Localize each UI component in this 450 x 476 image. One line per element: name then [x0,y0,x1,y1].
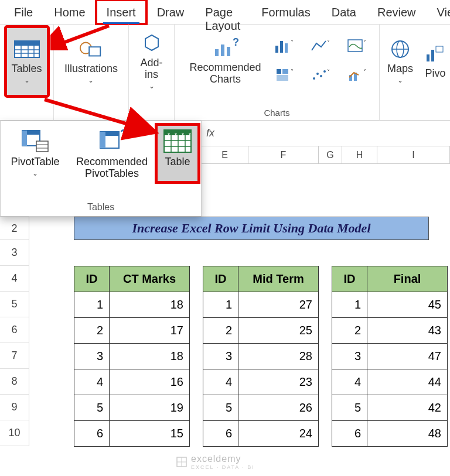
table-cell[interactable]: 2 [203,318,238,344]
column-header-H[interactable]: H [342,146,377,163]
table-cell[interactable]: 4 [74,369,110,395]
table-cell[interactable]: 17 [110,318,190,344]
insert-hierarchy-chart-button[interactable]: ˅ [270,62,300,88]
table-row[interactable]: 243 [332,318,448,344]
table-cell[interactable]: 16 [110,369,190,395]
table-row[interactable]: 519 [74,395,190,421]
formula-bar[interactable]: fx [202,121,450,146]
table-row[interactable]: 416 [74,369,190,395]
insert-line-chart-button[interactable]: ˅ [306,33,336,59]
table-cell[interactable]: 28 [238,344,319,369]
table-cell[interactable]: 1 [332,292,367,318]
insert-combo-chart-button[interactable]: ˅ [342,62,373,88]
maps-button[interactable]: Maps ⌄ [383,27,418,96]
table-cell[interactable]: 4 [332,369,367,395]
svg-rect-46 [100,132,105,148]
table-cell[interactable]: 6 [332,421,367,447]
table-cell[interactable]: 27 [238,292,319,318]
table-cell[interactable]: 3 [203,344,238,369]
tab-view[interactable]: View [427,0,450,24]
illustrations-label: Illustrations [64,63,118,75]
tab-formulas[interactable]: Formulas [251,0,321,24]
table-row[interactable]: 526 [203,395,319,421]
illustrations-button[interactable]: Illustrations ⌄ [60,27,122,96]
table-row[interactable]: 318 [74,344,190,369]
tables-dropdown-button[interactable]: Tables ⌄ [6,27,48,96]
table-cell[interactable]: 23 [238,369,319,395]
insert-map-chart-button[interactable]: ˅ [342,33,373,59]
table-cell[interactable]: 2 [332,318,367,344]
tab-draw[interactable]: Draw [146,0,195,24]
table-cell[interactable]: 5 [74,395,110,421]
maps-label: Maps [387,63,413,75]
table-cell[interactable]: 5 [332,395,367,421]
table-cell[interactable]: 3 [332,344,367,369]
row-header-10[interactable]: 10 [0,420,29,446]
row-header-4[interactable]: 4 [0,266,29,292]
column-header-G[interactable]: G [319,146,342,163]
table-cell[interactable]: 6 [203,421,238,447]
table-cell[interactable]: 1 [74,292,110,318]
tab-file[interactable]: File [4,0,43,24]
pivottable-button[interactable]: PivotTable ⌄ [3,125,67,182]
row-header-7[interactable]: 7 [0,343,29,369]
table-cell[interactable]: 18 [110,344,190,369]
table-cell[interactable]: 26 [238,395,319,421]
table-row[interactable]: 542 [332,395,448,421]
row-header-5[interactable]: 5 [0,292,29,317]
table-cell[interactable]: 4 [203,369,238,395]
table-row[interactable]: 648 [332,421,448,447]
table-row[interactable]: 328 [203,344,319,369]
tab-home[interactable]: Home [43,0,96,24]
table-row[interactable]: 615 [74,421,190,447]
table-cell[interactable]: 47 [367,344,448,369]
table-cell[interactable]: 44 [367,369,448,395]
tab-data[interactable]: Data [321,0,367,24]
table-row[interactable]: 624 [203,421,319,447]
table-cell[interactable]: 25 [238,318,319,344]
tab-insert[interactable]: Insert [96,0,146,24]
table-row[interactable]: 145 [332,292,448,318]
table-cell[interactable]: 6 [74,421,110,447]
table-row[interactable]: 347 [332,344,448,369]
row-header-8[interactable]: 8 [0,369,29,395]
row-header-9[interactable]: 9 [0,395,29,420]
column-header-E[interactable]: E [202,146,248,163]
table-cell[interactable]: 1 [203,292,238,318]
chevron-down-icon: ⌄ [149,82,155,90]
table-cell[interactable]: 24 [238,421,319,447]
column-header-I[interactable]: I [377,146,450,163]
table-row[interactable]: 217 [74,318,190,344]
table-cell[interactable]: 42 [367,395,448,421]
table-cell[interactable]: 19 [110,395,190,421]
table-row[interactable]: 444 [332,369,448,395]
row-header-3[interactable]: 3 [0,240,29,266]
table-cell[interactable]: 3 [74,344,110,369]
table-cell[interactable]: 2 [74,318,110,344]
insert-column-chart-button[interactable]: ˅ [270,33,300,59]
tab-page-layout[interactable]: Page Layout [195,0,251,24]
recommended-charts-label: Recommended Charts [189,62,261,85]
svg-text:˅: ˅ [327,39,330,46]
table-cell[interactable]: 48 [367,421,448,447]
table-cell[interactable]: 43 [367,318,448,344]
table-cell[interactable]: 45 [367,292,448,318]
tab-review[interactable]: Review [367,0,427,24]
table-row[interactable]: 118 [74,292,190,318]
addins-button[interactable]: Add- ins ⌄ [131,27,173,96]
column-header-F[interactable]: F [248,146,319,163]
table-row[interactable]: 423 [203,369,319,395]
table-cell[interactable]: 15 [110,421,190,447]
table-cell[interactable]: 5 [203,395,238,421]
table-row[interactable]: 127 [203,292,319,318]
table-cell[interactable]: 18 [110,292,190,318]
row-header-2[interactable]: 2 [0,217,29,240]
table-button[interactable]: Table [156,125,199,182]
svg-rect-35 [427,54,429,61]
row-header-6[interactable]: 6 [0,317,29,343]
insert-statistic-chart-button[interactable]: ˅ [306,62,336,88]
table-row[interactable]: 225 [203,318,319,344]
recommended-pivottables-button[interactable]: ? Recommended PivotTables [67,125,156,182]
recommended-charts-button[interactable]: ? Recommended Charts [182,27,270,96]
pivotchart-button[interactable]: Pivo [421,27,450,96]
